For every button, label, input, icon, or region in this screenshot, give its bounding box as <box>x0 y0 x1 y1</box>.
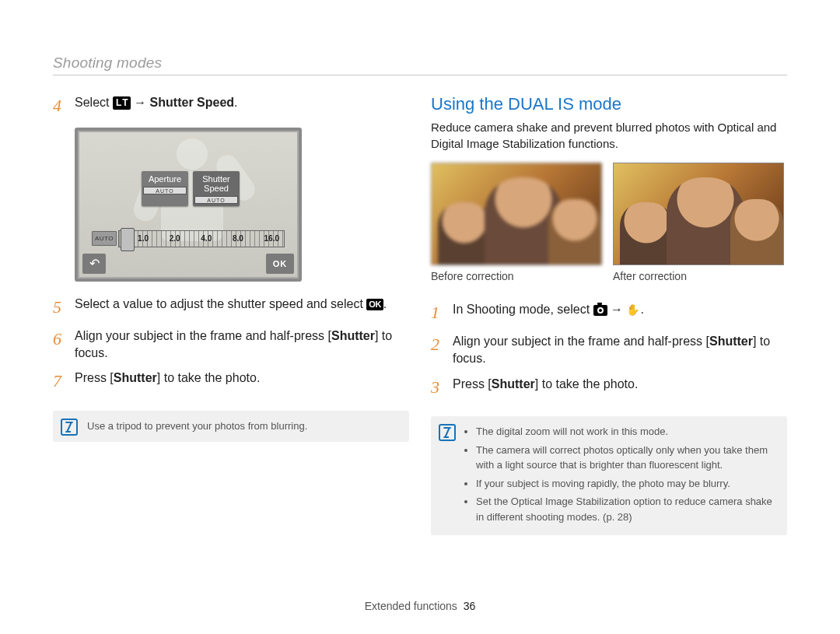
ok-button: OK <box>266 254 294 274</box>
ok-icon: OK <box>366 299 383 310</box>
step-body: In Shooting mode, select → . <box>453 301 644 325</box>
auto-badge: AUTO <box>143 187 187 194</box>
note-item: The camera will correct photos optically… <box>476 443 778 473</box>
text: Press [ <box>75 371 114 384</box>
lt-icon: L T <box>113 96 131 110</box>
lcd-screen: Aperture AUTO Shutter Speed AUTO AUTO <box>78 131 299 278</box>
intro-text: Reduce camera shake and prevent blurred … <box>431 119 787 152</box>
note-box: The digital zoom will not work in this m… <box>431 416 787 535</box>
step-number: 4 <box>53 94 75 118</box>
two-column-layout: 4 Select L T → Shutter Speed. Aperture A… <box>53 94 787 535</box>
page-footer: Extended functions 36 <box>0 600 840 612</box>
caption-after: After correction <box>613 270 784 282</box>
photo-comparison <box>431 163 787 265</box>
step-body: Press [Shutter] to take the photo. <box>75 370 260 394</box>
text: . <box>234 96 237 109</box>
text: Select a value to adjust the shutter spe… <box>75 297 366 310</box>
tick: 2.0 <box>170 234 180 243</box>
auto-badge: AUTO <box>194 196 238 204</box>
note-item: The digital zoom will not work in this m… <box>476 424 778 440</box>
arrow-icon: → <box>607 303 627 316</box>
step-number: 5 <box>53 296 75 320</box>
photo-before <box>431 163 602 265</box>
step-number: 1 <box>431 301 453 325</box>
photo-captions: Before correction After correction <box>431 270 787 282</box>
tick: 4.0 <box>201 234 212 243</box>
step-5: 5 Select a value to adjust the shutter s… <box>53 296 409 320</box>
step-3: 3 Press [Shutter] to take the photo. <box>431 376 787 400</box>
section-header: Shooting modes <box>53 54 787 75</box>
auto-chip: AUTO <box>92 231 117 246</box>
lcd-screenshot: Aperture AUTO Shutter Speed AUTO AUTO <box>75 128 302 282</box>
manual-page: Shooting modes 4 Select L T → Shutter Sp… <box>0 0 840 634</box>
text: . <box>383 297 387 310</box>
caption-before: Before correction <box>431 270 602 282</box>
note-box: Use a tripod to prevent your photos from… <box>53 411 409 442</box>
shutter-speed-box: Shutter Speed AUTO <box>193 171 240 206</box>
shutter-key: Shutter <box>492 377 535 391</box>
step-number: 3 <box>431 376 453 400</box>
note-item: Set the Optical Image Stabilization opti… <box>476 494 778 524</box>
shutter-speed-label: Shutter Speed <box>150 96 234 109</box>
note-text: Use a tripod to prevent your photos from… <box>87 420 307 432</box>
step-6: 6 Align your subject in the frame and ha… <box>53 328 409 363</box>
step-body: Press [Shutter] to take the photo. <box>453 376 638 400</box>
text: Align your subject in the frame and half… <box>453 335 709 348</box>
text: In Shooting mode, select <box>453 303 593 316</box>
text: Select <box>75 96 113 109</box>
dual-is-icon <box>626 304 640 317</box>
arrow-icon: → <box>134 96 149 109</box>
back-button: ↶ <box>82 254 106 274</box>
step-body: Align your subject in the frame and half… <box>75 328 409 363</box>
footer-label: Extended functions <box>365 600 457 612</box>
text: ] to take the photo. <box>535 377 639 391</box>
aperture-label: Aperture <box>149 174 181 184</box>
tick: 1.0 <box>138 234 149 243</box>
aperture-box: Aperture AUTO <box>142 171 188 206</box>
text: Press [ <box>453 377 492 391</box>
scale-ticks: 1.0 2.0 4.0 8.0 16.0 <box>138 234 279 243</box>
camera-icon <box>593 305 607 316</box>
shutter-label-2: Speed <box>204 184 229 193</box>
tick: 8.0 <box>233 234 243 243</box>
step-2: 2 Align your subject in the frame and ha… <box>431 333 787 368</box>
step-7: 7 Press [Shutter] to take the photo. <box>53 370 409 394</box>
step-number: 6 <box>53 328 75 363</box>
shutter-key: Shutter <box>114 371 157 384</box>
note-icon <box>439 424 456 441</box>
note-item: If your subject is moving rapidly, the p… <box>476 476 778 492</box>
step-body: Select L T → Shutter Speed. <box>75 94 238 118</box>
step-number: 7 <box>53 370 75 394</box>
setting-panel: Aperture AUTO Shutter Speed AUTO <box>142 171 240 206</box>
left-column: 4 Select L T → Shutter Speed. Aperture A… <box>53 94 409 535</box>
step-body: Select a value to adjust the shutter spe… <box>75 296 387 320</box>
page-number: 36 <box>464 600 476 612</box>
scale-ruler: 1.0 2.0 4.0 8.0 16.0 <box>118 230 285 247</box>
photo-after <box>613 163 784 265</box>
note-icon <box>61 419 78 436</box>
scale-knob <box>121 228 135 251</box>
shutter-label-1: Shutter <box>202 174 229 184</box>
text: ] to take the photo. <box>157 371 261 384</box>
shutter-key: Shutter <box>331 329 375 342</box>
step-body: Align your subject in the frame and half… <box>453 333 787 368</box>
text: Align your subject in the frame and half… <box>75 329 331 342</box>
step-4: 4 Select L T → Shutter Speed. <box>53 94 409 118</box>
text: . <box>640 303 643 316</box>
tick: 16.0 <box>264 234 279 243</box>
step-1: 1 In Shooting mode, select → . <box>431 301 787 325</box>
step-number: 2 <box>431 333 453 368</box>
shutter-key: Shutter <box>709 335 753 348</box>
note-list: The digital zoom will not work in this m… <box>465 424 778 524</box>
right-column: Using the DUAL IS mode Reduce camera sha… <box>431 94 787 535</box>
shutter-scale: AUTO 1.0 2.0 4.0 8.0 16.0 <box>92 229 285 249</box>
dual-is-heading: Using the DUAL IS mode <box>431 94 787 114</box>
